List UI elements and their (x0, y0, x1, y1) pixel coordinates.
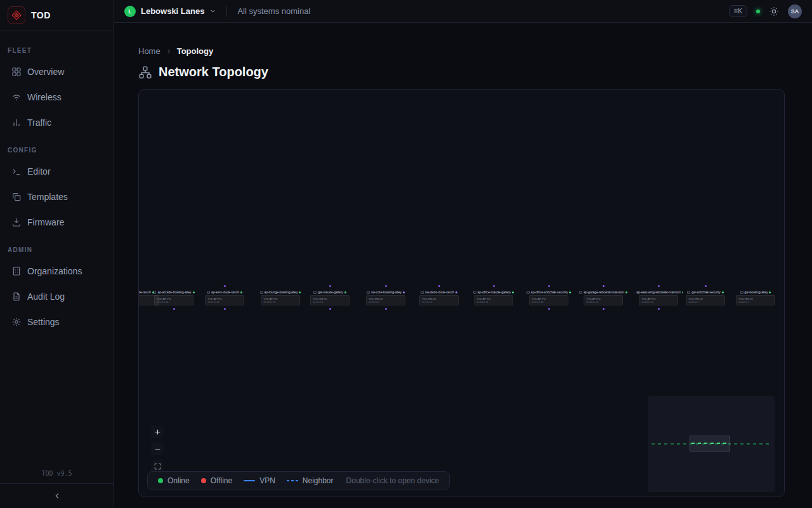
building-icon (11, 266, 22, 277)
sidebar-item-firmware[interactable]: Firmware (0, 210, 114, 235)
chevron-left-icon (53, 491, 62, 500)
sidebar-item-templates[interactable]: Templates (0, 184, 114, 210)
legend-swatch (244, 480, 255, 481)
main-column: L Lebowski Lanes All systems nominal ⌘K … (114, 0, 812, 508)
legend-items: Online Offline VPN Neighbor (158, 476, 334, 485)
sidebar-item-traffic[interactable]: Traffic (0, 110, 114, 135)
device-icon (579, 291, 582, 294)
sidebar-collapse-button[interactable] (0, 483, 114, 508)
document-icon (11, 291, 22, 302)
sidebar-item-audit-log[interactable]: Audit Log (0, 284, 114, 309)
node-detail-box: TOD-AP-Pro 10.12.0.13 (261, 295, 300, 305)
legend-hint: Double-click to open device (346, 476, 440, 485)
node-detail-box: TOD-SW-24 10.11.0.2 (419, 295, 459, 305)
legend-item: Online (158, 476, 190, 485)
link-endpoint-dot (658, 308, 660, 310)
node-ip: 10.14.0.1 (313, 300, 347, 304)
link-endpoint-dot (385, 308, 387, 310)
zoom-out-button[interactable] (151, 443, 164, 455)
topology-legend: Online Offline VPN Neighbor Double-click… (147, 471, 450, 490)
sidebar-item-wireless[interactable]: Wireless (0, 84, 114, 110)
zoom-controls (151, 425, 164, 472)
link-endpoint-dot (493, 285, 495, 287)
topology-node[interactable]: ap-east-wing-lebowski-mansion TOD-AP-Pro… (634, 290, 683, 305)
topology-node[interactable]: ap-kern-dude-ranch TOD-AP-Pro 10.11.0.12 (200, 290, 249, 305)
node-status-dot (240, 291, 242, 293)
topology-node[interactable]: ap-garage-lebowski-mansion TOD-AP-Pro 10… (579, 290, 627, 305)
app-logo: TOD (0, 0, 114, 30)
node-ip: 10.12.0.11 (157, 300, 191, 304)
legend-item: Offline (201, 476, 232, 485)
sidebar-item-organizations[interactable]: Organizations (0, 258, 114, 284)
topology-node[interactable]: ap-office-maude-gallery TOD-AP-Pro 10.14… (469, 290, 518, 305)
system-status-text: All systems nominal (237, 6, 310, 16)
node-detail-box: TOD-AP-Pro 10.12.0.11 (154, 295, 193, 305)
theme-toggle-button[interactable] (769, 6, 779, 17)
wifi-icon (11, 92, 22, 103)
sidebar-item-editor[interactable]: Editor (0, 159, 114, 184)
org-name: Lebowski Lanes (141, 6, 204, 16)
app-version: TOD v9.5 (0, 470, 114, 483)
sun-icon (769, 6, 779, 17)
link-endpoint-dot (438, 285, 440, 287)
sidebar-item-settings[interactable]: Settings (0, 309, 114, 335)
topology-node[interactable]: ap-lounge-bowling-alley TOD-AP-Pro 10.12… (256, 290, 304, 305)
command-palette-button[interactable]: ⌘K (729, 5, 747, 17)
device-icon (687, 291, 690, 294)
node-ip: 10.14.0.11 (476, 300, 511, 304)
minus-icon (154, 445, 162, 453)
fit-view-button[interactable] (151, 460, 164, 472)
node-name: gw-sobchak-security (691, 290, 721, 294)
node-name: ap-lounge-bowling-alley (265, 290, 298, 294)
link-endpoint-dot (385, 285, 387, 287)
zoom-in-button[interactable] (151, 425, 164, 438)
node-detail-box: TOD-AP-Pro 10.16.0.11 (584, 295, 623, 305)
legend-label: Neighbor (303, 476, 334, 485)
topology-node[interactable]: ap-arcade-bowling-alley TOD-AP-Pro 10.12… (150, 290, 198, 305)
device-icon (260, 291, 263, 294)
device-icon (367, 291, 370, 294)
sidebar-item-label: Editor (27, 166, 51, 177)
node-title: gw-bowling-alley (731, 290, 780, 294)
topology-node[interactable]: sw-core-bowling-alley TOD-SW-24 10.12.0.… (362, 290, 410, 305)
node-status-dot (569, 291, 571, 293)
topology-node[interactable]: gw-sobchak-security TOD-GW-1U 10.15.0.1 (681, 290, 730, 305)
bar-chart-icon (11, 117, 22, 128)
sidebar: TOD Fleet Overview Wireless Traffic Conf… (0, 0, 114, 508)
topology-icon (138, 65, 152, 79)
breadcrumb-current: Topology (177, 46, 214, 56)
node-ip: 10.16.0.11 (586, 300, 620, 304)
node-detail-box: TOD-AP-Pro 10.16.0.12 (639, 295, 678, 305)
node-status-dot (299, 291, 301, 293)
topology-node[interactable]: gw-bowling-alley TOD-GW-1U 10.12.0.1 (731, 290, 780, 305)
node-title: ap-east-wing-lebowski-mansion (634, 290, 683, 294)
link-endpoint-dot (224, 308, 226, 310)
link-endpoint-dot (548, 308, 550, 310)
minimap-viewport[interactable] (690, 436, 730, 451)
breadcrumb: Home Topology (138, 46, 785, 56)
topology-node[interactable]: gw-maude-gallery TOD-GW-1U 10.14.0.1 (306, 290, 354, 305)
org-avatar: L (124, 6, 136, 17)
node-detail-box: TOD-AP-Pro 10.14.0.11 (474, 295, 513, 305)
nav-section-admin: Admin (0, 235, 114, 258)
minimap[interactable] (648, 396, 775, 492)
topology-node[interactable]: sw-debo-dude-ranch TOD-SW-24 10.11.0.2 (415, 290, 463, 305)
org-switcher[interactable]: L Lebowski Lanes (124, 6, 216, 17)
node-name: ap-office-sobchak-security (531, 290, 568, 294)
legend-label: VPN (259, 476, 275, 485)
node-ip: 10.12.0.1 (738, 300, 773, 304)
legend-item: VPN (244, 476, 275, 485)
user-avatar[interactable]: SA (788, 4, 802, 18)
topology-node[interactable]: ap-office-sobchak-security TOD-AP-Pro 10… (525, 290, 573, 305)
health-status-dot (756, 10, 760, 13)
node-title: sw-debo-dude-ranch (415, 290, 463, 294)
sidebar-item-overview[interactable]: Overview (0, 59, 114, 84)
app-name: TOD (31, 10, 51, 20)
device-icon (313, 291, 317, 294)
node-ip: 10.15.0.11 (532, 300, 566, 304)
node-ip: 10.11.0.2 (422, 300, 456, 304)
node-ip: 10.11.0.12 (207, 300, 242, 304)
breadcrumb-home-link[interactable]: Home (138, 46, 160, 56)
topology-canvas[interactable]: gw-dude-ranch TOD-GW-1U 10.11.0.1 ap-arc… (138, 89, 785, 497)
sidebar-item-label: Wireless (27, 92, 62, 102)
